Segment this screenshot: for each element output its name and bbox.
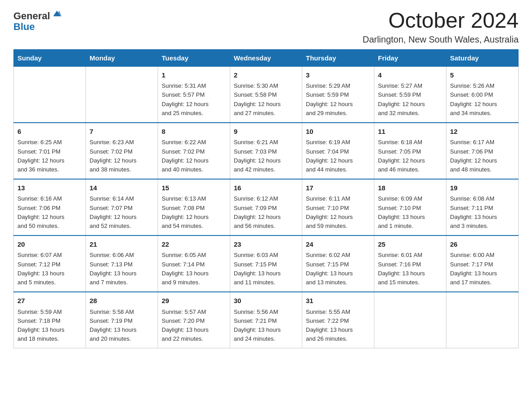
day-info-line: Sunset: 5:58 PM (234, 90, 298, 99)
day-info-line: and 17 minutes. (450, 278, 515, 287)
day-info-line: Daylight: 12 hours (234, 156, 298, 165)
day-info-line: Daylight: 12 hours (162, 156, 226, 165)
day-info-line: and 54 minutes. (162, 222, 226, 231)
day-info-line: Sunrise: 5:26 AM (450, 81, 515, 90)
day-info-line: Daylight: 12 hours (162, 100, 226, 109)
calendar-cell: 8Sunrise: 6:22 AMSunset: 7:02 PMDaylight… (158, 123, 230, 179)
logo-blue: Blue (13, 21, 35, 32)
calendar-cell (14, 66, 86, 123)
day-number: 13 (17, 183, 82, 193)
location-subtitle: Darlington, New South Wales, Australia (363, 34, 519, 45)
day-info-line: Daylight: 12 hours (306, 100, 370, 109)
day-info-line: and 52 minutes. (90, 222, 154, 231)
day-info-line: and 48 minutes. (450, 165, 515, 174)
day-number: 15 (162, 183, 226, 193)
day-info-line: Daylight: 12 hours (378, 100, 442, 109)
day-info-line: Sunrise: 5:31 AM (162, 81, 226, 90)
day-number: 4 (378, 70, 442, 81)
day-number: 30 (234, 296, 298, 306)
day-info-line: Sunset: 7:18 PM (17, 317, 82, 325)
day-info-line: Daylight: 13 hours (306, 269, 370, 278)
calendar-cell: 27Sunrise: 5:59 AMSunset: 7:18 PMDayligh… (14, 292, 86, 348)
day-info-line: Sunrise: 6:19 AM (306, 138, 370, 147)
calendar-cell: 18Sunrise: 6:09 AMSunset: 7:10 PMDayligh… (374, 179, 446, 235)
day-info-line: Daylight: 13 hours (90, 269, 154, 278)
calendar-cell (446, 292, 519, 348)
day-number: 5 (450, 70, 515, 81)
day-info-line: and 27 minutes. (234, 109, 298, 118)
day-number: 27 (17, 296, 82, 306)
day-info-line: Sunrise: 6:09 AM (378, 194, 442, 203)
calendar-cell (86, 66, 158, 123)
day-info-line: Daylight: 12 hours (378, 156, 442, 165)
day-info-line: Sunrise: 6:17 AM (450, 138, 515, 147)
calendar-cell: 26Sunrise: 6:00 AMSunset: 7:17 PMDayligh… (446, 235, 519, 292)
day-info-line: Sunset: 7:17 PM (450, 260, 515, 269)
calendar-cell: 24Sunrise: 6:02 AMSunset: 7:15 PMDayligh… (302, 235, 374, 292)
weekday-header-wednesday: Wednesday (230, 49, 302, 66)
day-info-line: Sunset: 7:15 PM (234, 260, 298, 269)
calendar-cell: 11Sunrise: 6:18 AMSunset: 7:05 PMDayligh… (374, 123, 446, 179)
calendar-week-row: 27Sunrise: 5:59 AMSunset: 7:18 PMDayligh… (14, 292, 519, 348)
day-info-line: Sunset: 7:20 PM (162, 317, 226, 325)
day-info-line: Sunrise: 5:56 AM (234, 308, 298, 317)
day-info-line: Sunrise: 5:27 AM (378, 81, 442, 90)
day-info-line: Sunrise: 6:11 AM (306, 194, 370, 203)
day-info-line: and 7 minutes. (90, 278, 154, 287)
calendar-cell: 31Sunrise: 5:55 AMSunset: 7:22 PMDayligh… (302, 292, 374, 348)
day-number: 22 (162, 240, 226, 250)
calendar-cell: 22Sunrise: 6:05 AMSunset: 7:14 PMDayligh… (158, 235, 230, 292)
day-info-line: Sunset: 7:02 PM (162, 147, 226, 156)
weekday-header-row: SundayMondayTuesdayWednesdayThursdayFrid… (14, 49, 519, 66)
day-info-line: and 1 minute. (378, 222, 442, 231)
day-info-line: and 46 minutes. (378, 165, 442, 174)
day-info-line: and 38 minutes. (90, 165, 154, 174)
day-info-line: and 13 minutes. (306, 278, 370, 287)
day-info-line: and 25 minutes. (162, 109, 226, 118)
day-info-line: Sunset: 7:03 PM (234, 147, 298, 156)
calendar-cell: 5Sunrise: 5:26 AMSunset: 6:00 PMDaylight… (446, 66, 519, 123)
logo: General Blue (13, 11, 61, 32)
day-info-line: and 36 minutes. (17, 165, 82, 174)
calendar-table: SundayMondayTuesdayWednesdayThursdayFrid… (13, 49, 519, 348)
day-info-line: Daylight: 12 hours (90, 213, 154, 222)
day-info-line: Sunrise: 5:55 AM (306, 308, 370, 317)
day-info-line: Sunset: 7:10 PM (306, 204, 370, 213)
day-info-line: Sunset: 7:22 PM (306, 317, 370, 325)
day-info-line: Daylight: 12 hours (234, 213, 298, 222)
day-info-line: Sunrise: 6:13 AM (162, 194, 226, 203)
day-number: 31 (306, 296, 370, 306)
day-info-line: Sunrise: 6:23 AM (90, 138, 154, 147)
day-number: 25 (378, 240, 442, 250)
calendar-cell: 16Sunrise: 6:12 AMSunset: 7:09 PMDayligh… (230, 179, 302, 235)
day-info-line: Sunrise: 6:21 AM (234, 138, 298, 147)
calendar-week-row: 6Sunrise: 6:25 AMSunset: 7:01 PMDaylight… (14, 123, 519, 179)
calendar-cell: 3Sunrise: 5:29 AMSunset: 5:59 PMDaylight… (302, 66, 374, 123)
day-info-line: Daylight: 13 hours (17, 269, 82, 278)
calendar-week-row: 13Sunrise: 6:16 AMSunset: 7:06 PMDayligh… (14, 179, 519, 235)
day-info-line: Sunset: 7:08 PM (162, 204, 226, 213)
day-info-line: Sunrise: 6:01 AM (378, 251, 442, 260)
day-info-line: Sunrise: 5:58 AM (90, 308, 154, 317)
day-number: 7 (90, 127, 154, 137)
day-info-line: Sunrise: 6:00 AM (450, 251, 515, 260)
day-info-line: Sunset: 7:06 PM (450, 147, 515, 156)
calendar-cell: 1Sunrise: 5:31 AMSunset: 5:57 PMDaylight… (158, 66, 230, 123)
day-info-line: Daylight: 12 hours (162, 213, 226, 222)
day-info-line: and 32 minutes. (378, 109, 442, 118)
day-info-line: Sunrise: 6:05 AM (162, 251, 226, 260)
day-number: 28 (90, 296, 154, 306)
day-info-line: Sunrise: 6:02 AM (306, 251, 370, 260)
day-number: 29 (162, 296, 226, 306)
day-info-line: and 9 minutes. (162, 278, 226, 287)
day-number: 10 (306, 127, 370, 137)
calendar-cell: 4Sunrise: 5:27 AMSunset: 5:59 PMDaylight… (374, 66, 446, 123)
day-info-line: Sunrise: 6:22 AM (162, 138, 226, 147)
weekday-header-tuesday: Tuesday (158, 49, 230, 66)
day-info-line: and 50 minutes. (17, 222, 82, 231)
calendar-week-row: 1Sunrise: 5:31 AMSunset: 5:57 PMDaylight… (14, 66, 519, 123)
day-number: 23 (234, 240, 298, 250)
day-info-line: Sunset: 7:15 PM (306, 260, 370, 269)
day-info-line: Sunrise: 6:03 AM (234, 251, 298, 260)
day-number: 14 (90, 183, 154, 193)
